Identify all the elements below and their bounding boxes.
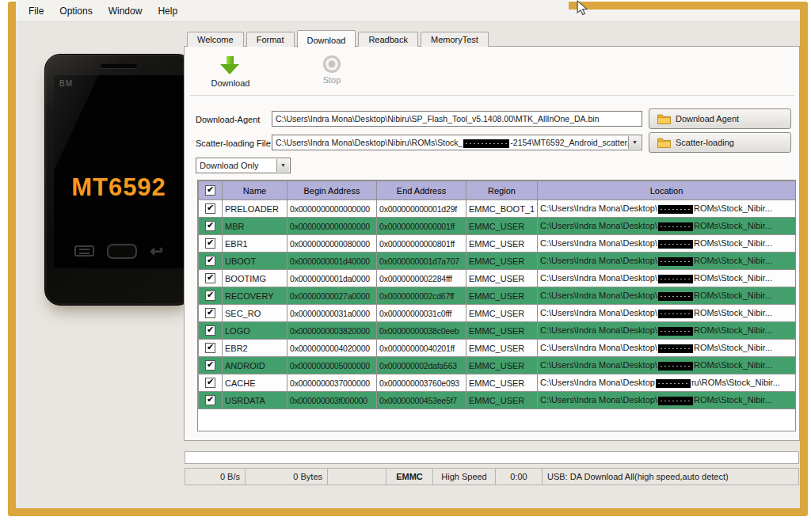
cell-begin-address: 0x000000003f000000 (287, 392, 377, 409)
header-begin-address: Begin Address (287, 181, 377, 200)
cell-name: CACHE (223, 374, 287, 392)
cell-end-address: 0x00000000453ee5f7 (377, 392, 466, 409)
row-checkbox[interactable] (205, 395, 215, 405)
tab-format[interactable]: Format (246, 32, 295, 47)
phone-screen: BM MT6592 ↩ (54, 75, 184, 268)
cell-name: MBR (223, 218, 287, 235)
progress-bar (185, 451, 799, 464)
redacted-text (658, 292, 693, 301)
download-arrow-icon (220, 55, 241, 76)
scatter-dropdown-arrow[interactable]: ▼ (628, 136, 641, 149)
header-name: Name (223, 181, 287, 200)
row-checkbox[interactable] (205, 360, 215, 370)
table-row[interactable]: RECOVERY 0x00000000027a0000 0x0000000002… (199, 287, 796, 305)
status-empty-cell (327, 468, 386, 485)
table-row[interactable]: ANDROID 0x0000000005000000 0x000000002da… (199, 357, 796, 374)
cell-end-address: 0x00000000000801ff (377, 235, 466, 253)
row-checkbox[interactable] (205, 238, 215, 249)
row-checkbox[interactable] (205, 325, 215, 336)
cell-location: C:\Users\Indra Mona\Desktop\ROMs\Stock_N… (538, 200, 796, 218)
cell-region: EMMC_USER (466, 357, 538, 374)
select-all-checkbox[interactable] (205, 185, 215, 196)
download-tab-panel: Download Stop Download-Agent C:\Users\In… (184, 46, 800, 441)
redacted-text (658, 344, 693, 353)
select-all-cell (199, 181, 223, 200)
cell-begin-address: 0x0000000003820000 (287, 322, 377, 340)
table-row[interactable]: MBR 0x0000000000000000 0x00000000000001f… (199, 218, 796, 235)
row-checkbox-cell (199, 374, 223, 392)
phone-image: BM MT6592 ↩ (44, 54, 193, 306)
cell-location: C:\Users\Indra Mona\Desktop\ROMs\Stock_N… (538, 218, 796, 235)
table-row[interactable]: LOGO 0x0000000003820000 0x00000000038c0e… (199, 322, 796, 340)
redacted-text (658, 205, 693, 214)
table-row[interactable]: USRDATA 0x000000003f000000 0x00000000453… (199, 392, 796, 409)
download-agent-browse-button[interactable]: Download Agent (649, 108, 791, 129)
menu-options[interactable]: Options (51, 3, 100, 19)
cell-name: USRDATA (223, 392, 287, 409)
row-checkbox[interactable] (205, 256, 215, 266)
status-speed: 0 B/s (185, 468, 246, 485)
row-checkbox[interactable] (205, 343, 215, 353)
redacted-text (658, 222, 693, 231)
download-agent-input[interactable]: C:\Users\Indra Mona\Desktop\Nibiru\SP_Fl… (272, 111, 642, 127)
row-checkbox[interactable] (205, 291, 215, 301)
scatter-browse-label: Scatter-loading (676, 138, 734, 147)
row-checkbox[interactable] (205, 378, 215, 388)
download-mode-value: Download Only (200, 161, 259, 170)
cell-name: LOGO (223, 322, 287, 340)
cell-end-address: 0x0000000002284fff (377, 270, 466, 287)
menu-help[interactable]: Help (150, 3, 185, 19)
tab-welcome[interactable]: Welcome (187, 32, 244, 47)
status-bytes: 0 Bytes (245, 468, 328, 485)
tab-memorytest[interactable]: MemoryTest (421, 32, 489, 47)
redacted-text (463, 139, 509, 148)
tab-download[interactable]: Download (297, 30, 356, 48)
cell-name: BOOTIMG (223, 270, 287, 287)
cell-end-address: 0x000000002dafa563 (377, 357, 466, 374)
cell-begin-address: 0x0000000005000000 (287, 357, 377, 374)
mode-dropdown-arrow[interactable]: ▼ (276, 159, 289, 172)
cell-region: EMMC_USER (466, 392, 538, 409)
row-checkbox[interactable] (205, 221, 215, 231)
cell-end-address: 0x0000000001d7a707 (377, 253, 466, 270)
row-checkbox[interactable] (205, 203, 215, 214)
table-row[interactable]: UBOOT 0x0000000001d40000 0x0000000001d7a… (199, 253, 796, 270)
table-row[interactable]: EBR2 0x0000000004020000 0x00000000040201… (199, 340, 796, 357)
cell-location: C:\Users\Indra Mona\Desktop\ROMs\Stock_N… (538, 270, 796, 287)
download-agent-browse-label: Download Agent (676, 114, 739, 124)
row-checkbox[interactable] (205, 273, 215, 283)
table-row[interactable]: PRELOADER 0x0000000000000000 0x000000000… (199, 200, 796, 218)
cell-end-address: 0x00000000040201ff (377, 340, 466, 357)
table-header-row: Name Begin Address End Address Region Lo… (199, 181, 796, 200)
toolbar-separator (189, 95, 794, 96)
stop-button[interactable]: Stop (300, 55, 364, 85)
cell-name: SEC_RO (223, 305, 287, 322)
phone-home-icon (107, 244, 137, 259)
table-row[interactable]: EBR1 0x0000000000080000 0x00000000000801… (199, 235, 796, 253)
cell-location: C:\Users\Indra Mona\Desktop\ROMs\Stock_N… (538, 305, 796, 322)
phone-menu-icon (74, 245, 94, 256)
cell-region: EMMC_USER (466, 270, 538, 287)
cell-name: ANDROID (223, 357, 287, 374)
phone-brand-badge: BM (59, 79, 73, 88)
row-checkbox[interactable] (205, 308, 215, 318)
tab-readback[interactable]: Readback (358, 32, 418, 47)
scatter-browse-button[interactable]: Scatter-loading (649, 132, 791, 153)
row-checkbox-cell (199, 287, 223, 305)
cell-begin-address: 0x0000000000080000 (287, 235, 377, 253)
menu-window[interactable]: Window (101, 3, 150, 19)
row-checkbox-cell (199, 235, 223, 253)
cell-name: RECOVERY (223, 287, 287, 305)
tab-strip: Welcome Format Download Readback MemoryT… (187, 29, 491, 47)
row-checkbox-cell (199, 270, 223, 287)
download-button[interactable]: Download (199, 55, 262, 88)
scatter-file-combobox[interactable]: C:\Users\Indra Mona\Desktop\Nibiru\ROMs\… (272, 135, 642, 150)
cell-region: EMMC_USER (466, 340, 538, 357)
row-checkbox-cell (199, 340, 223, 357)
table-row[interactable]: CACHE 0x0000000037000000 0x000000003760e… (199, 374, 796, 392)
download-mode-select[interactable]: Download Only ▼ (196, 158, 291, 173)
table-row[interactable]: SEC_RO 0x00000000031a0000 0x00000000031c… (199, 305, 796, 322)
table-row[interactable]: BOOTIMG 0x0000000001da0000 0x00000000022… (199, 270, 796, 287)
cell-region: EMMC_USER (466, 374, 538, 392)
menu-file[interactable]: File (21, 3, 51, 19)
